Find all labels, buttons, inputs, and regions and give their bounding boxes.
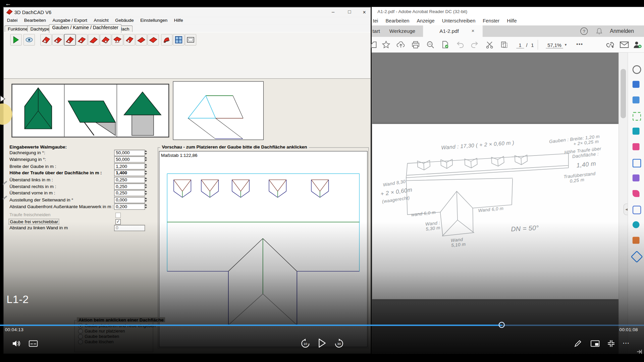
vertical-scrollbar[interactable] xyxy=(619,53,628,354)
dachneigung-input[interactable]: 50,000 xyxy=(114,150,145,156)
eye-icon[interactable] xyxy=(23,34,35,46)
gable-dormer-icon-6[interactable] xyxy=(100,34,111,46)
annotate-pencil-icon[interactable] xyxy=(574,340,582,347)
next-frame-icon[interactable] xyxy=(637,349,642,354)
close-button[interactable]: × xyxy=(362,9,367,15)
radio-label[interactable]: Gaube nur platzieren xyxy=(85,328,125,334)
cut-icon[interactable] xyxy=(484,40,495,50)
gable-dormer-icon-8[interactable] xyxy=(124,34,135,46)
doc-check-icon[interactable] xyxy=(440,40,450,50)
zoom-level-dropdown[interactable]: 57,1% xyxy=(546,42,563,48)
mail-icon[interactable] xyxy=(619,40,630,50)
pdf-viewer-area[interactable]: Wand : 17,30 ( + 2 × 0,60 m ) Wand 8,30 … xyxy=(372,53,644,354)
print-icon[interactable] xyxy=(410,40,421,50)
spinner[interactable] xyxy=(144,156,148,162)
menu-ansicht[interactable]: Ansicht xyxy=(91,17,112,23)
acrobat-titlebar[interactable]: A1-2.pdf - Adobe Acrobat Reader DC (32-b… xyxy=(372,7,644,16)
gable-dormer-icon-5[interactable] xyxy=(88,34,99,46)
spinner[interactable] xyxy=(144,197,148,203)
maximize-button[interactable]: □ xyxy=(346,9,352,15)
menu-fenster[interactable]: Fenster xyxy=(479,16,503,24)
star-icon[interactable] xyxy=(381,40,391,50)
menu-bearbeiten[interactable]: Bearbeiten xyxy=(21,17,49,23)
convert-icon[interactable] xyxy=(633,159,641,168)
dachcad-titlebar[interactable]: 3D DachCAD V6 – □ × xyxy=(4,7,370,17)
subtitles-icon[interactable] xyxy=(29,340,38,347)
measure-icon[interactable] xyxy=(631,251,643,263)
anmelden-button[interactable]: Anmelden xyxy=(610,28,634,34)
export-pdf-icon[interactable] xyxy=(633,81,640,88)
search-zoom-icon[interactable] xyxy=(425,40,436,50)
tab-close-icon[interactable]: × xyxy=(472,28,475,34)
forward-30-icon[interactable]: 30 xyxy=(334,339,344,348)
video-progress-knob[interactable] xyxy=(499,322,505,328)
spinner[interactable] xyxy=(144,203,148,209)
pip-ic on[interactable] xyxy=(591,340,600,347)
gable-dormer-icon-7[interactable] xyxy=(112,34,123,46)
fill-sign-icon[interactable] xyxy=(633,190,640,197)
menu-datei-clipped[interactable]: tei xyxy=(372,16,382,24)
rewind-10-icon[interactable]: 10 xyxy=(301,339,310,348)
compress-icon[interactable] xyxy=(633,221,640,228)
more-tools-icon[interactable]: ••• xyxy=(576,41,583,47)
help-icon[interactable]: ? xyxy=(580,27,588,35)
video-progress-track[interactable] xyxy=(0,325,644,326)
gable-dormer-icon-9[interactable] xyxy=(136,34,147,46)
page-number-input[interactable]: 1 xyxy=(516,42,524,48)
organize-pages-icon[interactable] xyxy=(633,174,640,181)
spinner[interactable] xyxy=(144,183,148,189)
redo-icon[interactable] xyxy=(470,40,480,50)
abstand-mauerwerk-input[interactable]: 0,200 xyxy=(114,203,145,209)
spinner[interactable] xyxy=(144,149,148,156)
gaube-frei-verschiebbar-checkbox[interactable]: ✓ xyxy=(115,219,121,225)
tab-start-clipped[interactable]: tart xyxy=(373,28,380,34)
radio-gaube-loeschen[interactable] xyxy=(78,340,83,345)
menu-unterschreiben[interactable]: Unterschreiben xyxy=(438,16,479,24)
back-button[interactable]: ← xyxy=(5,0,11,7)
menu-ausgabe-export[interactable]: Ausgabe / Export xyxy=(49,17,91,23)
chevron-down-icon[interactable]: ▾ xyxy=(565,43,567,47)
roof-preview-canvas[interactable]: Maßstab 1:122,86 xyxy=(159,151,368,347)
gable-dormer-icon-2[interactable] xyxy=(52,34,64,46)
gable-dormer-icon-10[interactable] xyxy=(148,34,159,46)
link-icon[interactable] xyxy=(605,40,616,50)
save-icon[interactable] xyxy=(368,40,379,50)
menu-einstellungen[interactable]: Einstellungen xyxy=(137,17,171,23)
combine-files-icon[interactable] xyxy=(633,143,640,150)
search-tool-icon[interactable] xyxy=(633,65,641,74)
minimize-button[interactable]: – xyxy=(330,9,336,15)
menu-hilfe[interactable]: Hilfe xyxy=(503,16,520,24)
radio-gaube-nur-platzieren[interactable] xyxy=(78,329,83,334)
menu-gebaeude[interactable]: Gebäude xyxy=(112,17,137,23)
menu-hilfe[interactable]: Hilfe xyxy=(171,17,186,23)
upload-cloud-icon[interactable] xyxy=(395,40,406,50)
spinner[interactable] xyxy=(144,163,148,169)
radio-label[interactable]: Gaube bearbeiten xyxy=(85,334,119,339)
roof-window-icon[interactable] xyxy=(173,34,184,46)
breite-input[interactable]: 1,200 xyxy=(114,163,145,169)
ueberstand-vorne-input[interactable]: 0,250 xyxy=(114,190,145,196)
dormer-front-view[interactable] xyxy=(12,84,64,137)
gable-dormer-icon-1[interactable] xyxy=(40,34,52,46)
protect-icon[interactable] xyxy=(633,205,641,214)
radio-gaube-bearbeiten[interactable] xyxy=(78,334,83,339)
edit-pdf-icon[interactable] xyxy=(633,112,641,121)
dormer-side-view[interactable] xyxy=(64,84,117,137)
walmneigung-input[interactable]: 50,000 xyxy=(114,157,145,163)
dormer-gable-view[interactable] xyxy=(117,84,169,137)
flat-roof-window-icon[interactable] xyxy=(185,34,196,46)
more-options-icon[interactable]: ⋯ xyxy=(623,339,630,347)
tab-gauben-kamine-dachfenster[interactable]: Gauben / Kamine / Dachfenster xyxy=(49,24,122,33)
radio-label[interactable]: Gaube löschen xyxy=(85,339,113,344)
mute-speaker-icon[interactable] xyxy=(12,340,21,347)
ueberstand-links-input[interactable]: 0,250 xyxy=(114,177,145,183)
stamp-icon[interactable] xyxy=(633,237,640,244)
barrel-dormer-icon[interactable] xyxy=(161,34,172,46)
comment-icon[interactable] xyxy=(633,128,640,135)
tab-document[interactable]: A1-2.pdf × xyxy=(423,25,483,37)
create-pdf-icon[interactable] xyxy=(633,97,640,104)
menu-datei[interactable]: Datei xyxy=(4,17,21,23)
copy-page-icon[interactable] xyxy=(499,40,510,50)
undo-icon[interactable] xyxy=(455,40,466,50)
spinner[interactable] xyxy=(144,190,148,196)
